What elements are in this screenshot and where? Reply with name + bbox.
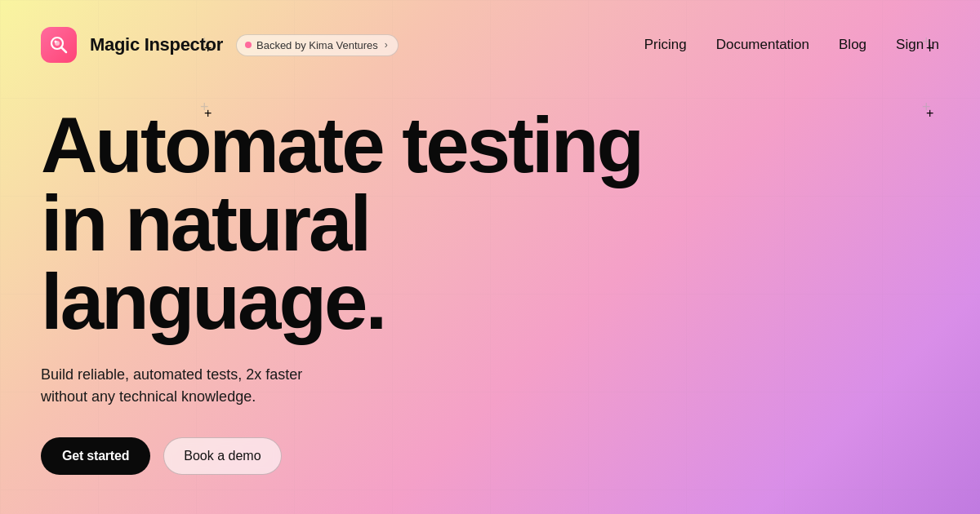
cta-group: Get started Book a demo [41,437,939,475]
navbar-left: Magic Inspector Backed by Kima Ventures … [41,27,399,63]
brand-name: Magic Inspector [90,34,223,55]
nav-signin[interactable]: Sign In [896,37,939,53]
hero-headline: Automate testing in natural language. [41,106,653,341]
page-wrapper: + + + + Magic Inspector Backed by Kima V… [0,0,980,514]
get-started-button[interactable]: Get started [41,437,150,475]
svg-line-1 [61,47,66,52]
logo-icon[interactable] [41,27,77,63]
badge-chevron-icon: › [385,39,388,51]
hero-subheadline: Build reliable, automated tests, 2x fast… [41,364,318,408]
svg-point-3 [55,41,57,43]
hero-section: Automate testing in natural language. Bu… [0,90,980,475]
nav-blog[interactable]: Blog [839,37,866,53]
navbar: Magic Inspector Backed by Kima Ventures … [0,0,980,90]
kima-badge[interactable]: Backed by Kima Ventures › [236,34,399,56]
nav-pricing[interactable]: Pricing [644,37,687,53]
logo-svg [48,34,69,55]
book-demo-button[interactable]: Book a demo [163,437,281,475]
badge-dot [245,42,252,48]
badge-label: Backed by Kima Ventures [256,39,378,51]
navbar-right: Pricing Documentation Blog Sign In [644,37,939,53]
nav-documentation[interactable]: Documentation [716,37,809,53]
